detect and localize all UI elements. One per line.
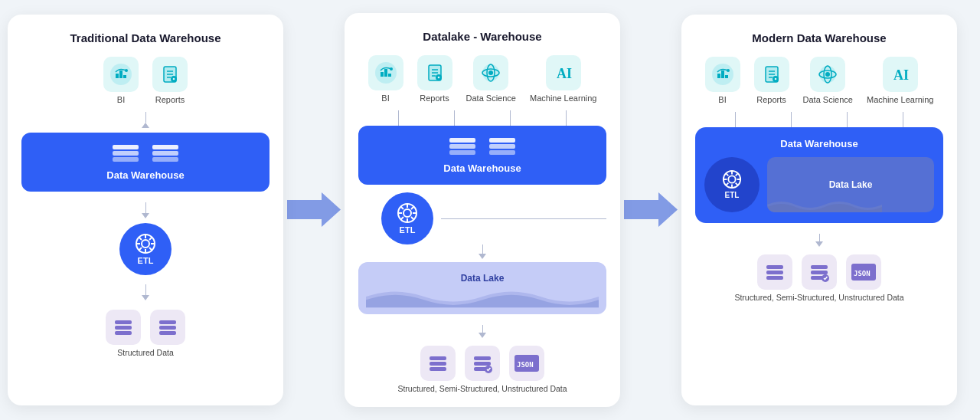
svg-line-87 <box>726 174 728 176</box>
connector-2 <box>145 202 146 213</box>
arrow-down-1 <box>142 213 149 218</box>
svg-rect-62 <box>474 356 491 360</box>
svg-rect-59 <box>430 356 446 360</box>
semi-icon-box-dl <box>465 346 500 381</box>
svg-rect-91 <box>766 265 783 269</box>
icon-item-bi-3: BI <box>705 57 740 104</box>
arrow-connector-2 <box>620 189 681 231</box>
etl-circle-datalake: ETL <box>381 192 433 244</box>
icon-item-datascience-3: Data Science <box>803 57 853 104</box>
dw-icon-1 <box>111 143 140 165</box>
svg-point-31 <box>390 67 393 71</box>
dw-label-datalake: Data Warehouse <box>443 162 521 174</box>
source-json-dl: JSON <box>509 346 544 381</box>
svg-rect-25 <box>115 326 132 330</box>
multi-connector-up-2 <box>707 112 931 127</box>
sources-row-modern: JSON <box>757 254 881 290</box>
reports-icon-box <box>152 57 188 92</box>
structured-icon-box-dl <box>420 346 456 381</box>
svg-rect-24 <box>115 320 132 324</box>
bi-icon-2 <box>374 61 397 84</box>
svg-rect-10 <box>113 157 139 162</box>
svg-rect-12 <box>152 151 178 156</box>
svg-text:AI: AI <box>893 67 909 83</box>
reports-label: Reports <box>155 95 185 104</box>
arrow-down-2 <box>142 295 149 300</box>
svg-line-22 <box>149 237 152 240</box>
bi-icon-3 <box>711 63 734 86</box>
datascience-icon-3 <box>816 63 839 86</box>
svg-rect-11 <box>152 145 178 149</box>
card-title-traditional: Traditional Data Warehouse <box>70 31 221 44</box>
sources-label-modern: Structured, Semi-Structured, Unstructure… <box>734 293 903 302</box>
svg-point-50 <box>403 209 411 217</box>
svg-text:AI: AI <box>557 66 572 81</box>
icons-row-datalake: BI Reports <box>368 55 597 103</box>
svg-line-23 <box>139 248 142 251</box>
svg-point-69 <box>727 69 730 72</box>
arrow-down-4 <box>479 333 486 338</box>
structured-icon-box-2 <box>150 310 185 345</box>
source-semi-dl <box>465 346 500 381</box>
etl-label-traditional: ETL <box>138 256 154 265</box>
reports-label-2: Reports <box>420 94 449 103</box>
icon-item-reports-3: Reports <box>754 57 789 104</box>
json-icon-dl: JSON <box>514 353 540 374</box>
svg-line-55 <box>401 207 404 210</box>
ml-label-3: Machine Learning <box>867 95 933 104</box>
source-structured-dl <box>420 346 456 381</box>
svg-point-1 <box>125 69 128 72</box>
arrow-shape-1 <box>287 189 341 231</box>
svg-rect-46 <box>489 138 515 143</box>
svg-line-57 <box>411 207 414 210</box>
modern-etl-icon <box>722 169 742 189</box>
svg-rect-92 <box>766 271 783 274</box>
datascience-label-3: Data Science <box>803 95 853 104</box>
sources-label-traditional: Structured Data <box>117 348 174 357</box>
card-title-datalake: Datalake - Warehouse <box>423 30 541 43</box>
reports-icon-3 <box>760 63 783 86</box>
dw-icon-4 <box>488 136 517 158</box>
etl-circle-traditional: ETL <box>119 223 172 275</box>
icon-item-bi-2: BI <box>368 55 403 103</box>
icon-item-ml-3: AI Machine Learning <box>867 57 933 104</box>
svg-text:JSON: JSON <box>517 361 534 369</box>
source-structured-2 <box>150 310 185 345</box>
connector-5 <box>482 325 483 333</box>
sources-label-datalake: Structured, Semi-Structured, Unstructure… <box>397 384 567 393</box>
connector-6 <box>819 234 820 241</box>
svg-rect-63 <box>474 362 491 366</box>
h-connector <box>441 218 606 219</box>
svg-point-15 <box>142 240 149 248</box>
ml-icon-2: AI <box>552 61 575 84</box>
data-lake-box-datalake: Data Lake <box>358 262 606 313</box>
card-title-modern: Modern Data Warehouse <box>752 31 886 44</box>
svg-rect-48 <box>489 150 515 155</box>
dw-icon-2 <box>151 143 180 165</box>
svg-line-58 <box>401 217 404 220</box>
svg-rect-13 <box>152 157 178 162</box>
svg-rect-43 <box>449 138 475 143</box>
dw-icons-row <box>111 143 180 165</box>
modern-lake: Data Lake <box>767 157 934 212</box>
svg-rect-45 <box>449 150 475 155</box>
svg-rect-94 <box>811 265 828 269</box>
svg-line-89 <box>736 174 738 176</box>
svg-text:JSON: JSON <box>854 270 871 277</box>
icon-item-ml-2: AI Machine Learning <box>530 55 596 103</box>
arrow-shape-2 <box>624 189 678 231</box>
svg-rect-95 <box>811 271 828 274</box>
structured-icon-m <box>764 261 786 283</box>
bi-icon <box>109 63 132 86</box>
structured-icon-box-m <box>757 254 792 290</box>
modern-dw-title: Data Warehouse <box>780 138 858 149</box>
dw-label-traditional: Data Warehouse <box>106 169 184 181</box>
datascience-icon-box-3 <box>810 57 845 92</box>
connector-3 <box>145 284 146 295</box>
reports-label-3: Reports <box>756 95 786 104</box>
datascience-icon-box-2 <box>473 55 508 90</box>
reports-icon-box-2 <box>417 55 452 90</box>
modern-etl: ETL <box>704 157 760 212</box>
dw-icons-row-2 <box>448 136 517 158</box>
svg-line-21 <box>149 248 152 251</box>
